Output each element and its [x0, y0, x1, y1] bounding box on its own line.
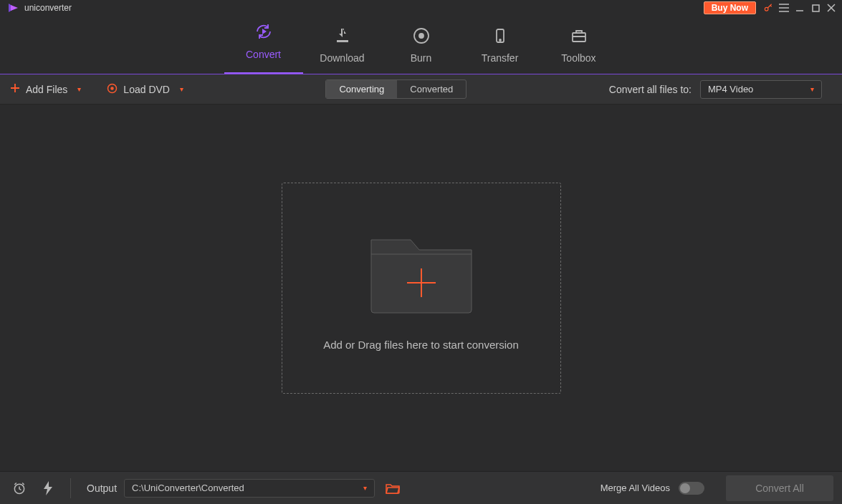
- minimize-icon[interactable]: [792, 1, 808, 15]
- toolbar-left: Add Files ▾ Load DVD ▾: [10, 83, 183, 96]
- nav-download[interactable]: Download: [303, 16, 382, 74]
- svg-rect-3: [813, 5, 819, 11]
- convert-all-to-label: Convert all files to:: [609, 84, 692, 95]
- maximize-icon[interactable]: [808, 1, 823, 15]
- svg-point-9: [499, 39, 501, 41]
- nav-transfer[interactable]: Transfer: [461, 16, 540, 74]
- dropzone-hint: Add or Drag files here to start conversi…: [323, 339, 519, 351]
- chevron-down-icon: ▾: [180, 85, 183, 93]
- gpu-accel-icon[interactable]: [37, 478, 59, 499]
- merge-videos-label: Merge All Videos: [601, 483, 670, 493]
- svg-point-12: [111, 87, 113, 89]
- svg-marker-1: [11, 5, 18, 11]
- app-brand: uniconverter: [7, 2, 72, 14]
- svg-point-7: [419, 34, 424, 38]
- nav-convert[interactable]: Convert: [224, 16, 303, 74]
- main-nav: Convert Download Burn T: [0, 16, 842, 74]
- svg-point-2: [765, 7, 768, 11]
- output-path-select[interactable]: C:\UniConverter\Converted ▾: [124, 479, 375, 498]
- convert-all-button[interactable]: Convert All: [726, 475, 833, 501]
- separator: [70, 478, 71, 498]
- toolbar: Add Files ▾ Load DVD ▾ Converting Conver…: [0, 74, 842, 105]
- target-format-select[interactable]: MP4 Video ▾: [700, 80, 822, 99]
- target-format-value: MP4 Video: [708, 84, 753, 94]
- add-files-label: Add Files: [26, 84, 67, 95]
- svg-rect-10: [573, 33, 585, 42]
- menu-icon[interactable]: [776, 1, 792, 15]
- merge-videos-toggle[interactable]: [679, 482, 704, 495]
- title-bar: uniconverter Buy Now: [0, 0, 842, 16]
- app-name: uniconverter: [24, 3, 72, 13]
- key-icon[interactable]: [760, 1, 776, 15]
- nav-toolbox[interactable]: Toolbox: [540, 16, 618, 74]
- convert-icon: [254, 21, 274, 42]
- merge-videos-group: Merge All Videos: [601, 482, 704, 495]
- bottom-bar: Output C:\UniConverter\Converted ▾ Merge…: [0, 471, 842, 504]
- load-dvd-label: Load DVD: [123, 84, 170, 95]
- title-controls: Buy Now: [704, 1, 839, 15]
- nav-toolbox-label: Toolbox: [561, 52, 595, 64]
- download-icon: [333, 26, 352, 45]
- buy-now-button[interactable]: Buy Now: [704, 1, 756, 14]
- toolbox-icon: [570, 26, 588, 45]
- chevron-down-icon: ▾: [810, 85, 814, 93]
- app-logo-icon: [7, 2, 19, 14]
- transfer-icon: [491, 26, 509, 45]
- nav-convert-label: Convert: [246, 49, 281, 60]
- output-path-value: C:\UniConverter\Converted: [132, 483, 244, 493]
- workspace: Add or Drag files here to start conversi…: [0, 105, 842, 471]
- svg-marker-4: [262, 29, 267, 34]
- svg-rect-5: [337, 40, 348, 42]
- tab-converting[interactable]: Converting: [326, 80, 397, 98]
- folder-add-icon: [364, 226, 479, 319]
- close-icon[interactable]: [823, 1, 839, 15]
- svg-marker-14: [44, 481, 52, 495]
- toolbar-right: Convert all files to: MP4 Video ▾: [609, 80, 822, 99]
- nav-download-label: Download: [320, 52, 364, 64]
- open-folder-icon[interactable]: [382, 483, 403, 494]
- nav-burn-label: Burn: [411, 52, 432, 64]
- load-dvd-button[interactable]: Load DVD ▾: [107, 83, 183, 96]
- nav-transfer-label: Transfer: [482, 52, 519, 64]
- tab-converted[interactable]: Converted: [397, 80, 466, 98]
- disc-icon: [107, 83, 118, 96]
- nav-burn[interactable]: Burn: [382, 16, 461, 74]
- convert-status-tabs: Converting Converted: [325, 79, 467, 99]
- add-files-button[interactable]: Add Files ▾: [10, 83, 81, 95]
- plus-icon: [10, 83, 20, 95]
- chevron-down-icon: ▾: [77, 85, 81, 93]
- dropzone[interactable]: Add or Drag files here to start conversi…: [282, 183, 561, 394]
- chevron-down-icon: ▾: [363, 484, 367, 492]
- burn-icon: [412, 26, 431, 45]
- schedule-icon[interactable]: [9, 478, 30, 499]
- output-label: Output: [87, 483, 117, 494]
